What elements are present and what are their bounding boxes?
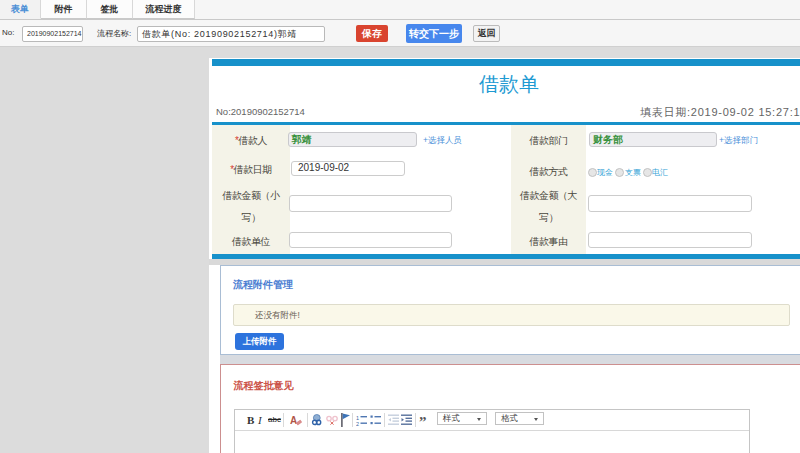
svg-text:A: A — [290, 415, 297, 426]
svg-text:1: 1 — [356, 414, 359, 420]
svg-text:2: 2 — [356, 421, 359, 426]
